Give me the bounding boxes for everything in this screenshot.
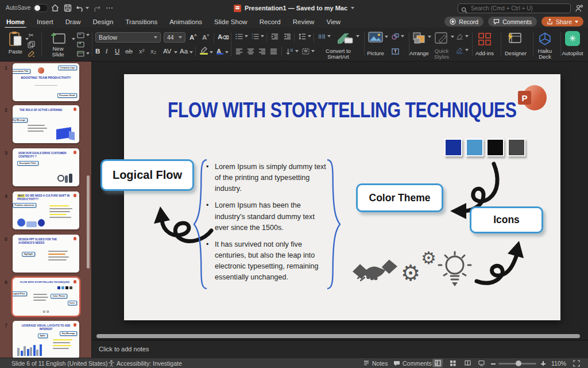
character-spacing-button[interactable]: AV [163,48,172,55]
tab-insert[interactable]: Insert [36,17,54,26]
shape-fill-icon[interactable] [455,32,464,40]
bold-button[interactable]: B [95,48,100,55]
tab-slide-show[interactable]: Slide Show [214,17,248,26]
bullets-chevron-icon[interactable] [245,35,248,37]
shape-outline-chevron-icon[interactable] [465,49,469,51]
font-color-chevron-icon[interactable] [225,51,229,53]
undo-icon[interactable] [76,3,85,13]
fit-slide-icon[interactable] [573,360,580,367]
search-input[interactable] [458,3,571,13]
align-text-icon[interactable] [301,47,310,55]
color-theme-box[interactable]: Color Theme [356,183,443,212]
underline-button[interactable]: U [115,48,119,55]
tab-transitions[interactable]: Transitions [125,17,158,26]
zoom-in-button[interactable] [541,360,546,367]
save-icon[interactable] [63,3,72,13]
smartart-icon[interactable] [336,31,354,46]
align-right-icon[interactable] [257,47,266,55]
tab-home[interactable]: Home [6,17,25,26]
tab-review[interactable]: Review [292,17,315,26]
slide-number-indicator[interactable]: Slide 6 of 11 [11,360,45,367]
font-name-select[interactable]: Barlow [95,32,161,43]
text-direction-chevron-icon[interactable] [295,50,299,52]
zoom-slider-knob[interactable] [516,361,521,366]
thumbnail-slide-6-selected[interactable]: FLOW WITH STORYTELLING TECHNIQUES Logica… [13,278,79,316]
shapes-chevron-icon[interactable] [401,35,404,37]
slide-title[interactable]: FLOW WITH STORYTELLING TECHNIQUES [124,98,560,122]
new-slide-button[interactable]: New Slide [46,32,70,58]
format-painter-icon[interactable] [26,49,36,57]
document-title-chevron-icon[interactable] [351,7,354,9]
autopilot-icon[interactable]: ✳ [565,31,580,46]
thumbnail-slide-4[interactable]: WHY DO WE NEED A CULTURE SHIFT IN PRODUC… [13,191,79,229]
decrease-indent-icon[interactable] [270,32,279,40]
slideshow-view-button[interactable] [476,359,486,367]
icons-box[interactable]: Icons [470,206,543,233]
character-spacing-chevron-icon[interactable] [174,51,177,53]
picture-chevron-icon[interactable] [385,36,388,38]
thumbnail-slide-2[interactable]: THE ROLE OF ACTIVE LISTENING Key Message [13,105,79,143]
layout-chevron-icon[interactable] [86,34,90,36]
slide-sorter-view-button[interactable] [447,359,458,367]
clear-formatting-button[interactable]: A⌫ [218,33,229,40]
body-text-box[interactable]: •Lorem Ipsum is simply dummy text of the… [205,162,330,289]
thumbnail-slide-7[interactable]: LEVERAGE VISUAL LAYOUTS TO ADD INTEREST … [13,321,79,358]
language-indicator[interactable]: English (United States) [46,360,107,367]
quick-styles-chevron-icon[interactable] [451,36,454,38]
highlight-color-button[interactable] [200,47,208,55]
section-chevron-icon[interactable] [86,52,90,55]
picture-icon[interactable] [368,32,383,45]
add-ins-icon[interactable] [478,32,492,48]
copy-icon[interactable] [26,40,36,48]
autosave-toggle[interactable] [33,4,48,12]
comments-button[interactable]: Comments [488,17,537,26]
shapes-icon[interactable] [390,32,400,40]
zoom-level[interactable]: 110% [551,360,566,367]
shape-fill-chevron-icon[interactable] [465,35,469,37]
thumbnail-slide-3[interactable]: HOW OUR GOALS DRIVE CUSTOMER-CENTRICITY … [13,148,79,186]
normal-view-button[interactable] [432,359,443,367]
undo-chevron-icon[interactable] [86,7,89,9]
horizontal-scrollbar[interactable] [96,334,580,338]
align-center-icon[interactable] [246,47,255,55]
tab-view[interactable]: View [326,17,341,26]
numbering-chevron-icon[interactable] [261,35,264,37]
curly-arrow-up-right[interactable] [473,240,524,287]
change-case-chevron-icon[interactable] [189,51,193,53]
color-swatch-gray[interactable] [508,139,525,156]
document-title[interactable]: Presentation1 — Saved to my Mac [245,5,347,12]
line-spacing-chevron-icon[interactable] [308,35,311,37]
share-button[interactable]: Share [541,17,583,26]
handshake-icon[interactable] [353,256,397,283]
justify-icon[interactable] [269,47,278,55]
grow-font-button[interactable]: A˄ [189,33,196,41]
columns-chevron-icon[interactable] [327,35,331,37]
haiku-deck-icon[interactable] [539,32,551,48]
line-spacing-icon[interactable] [297,32,307,40]
highlight-chevron-icon[interactable] [210,51,213,53]
slide-6-surface[interactable]: FLOW WITH STORYTELLING TECHNIQUES P Logi… [124,74,560,320]
tab-design[interactable]: Design [92,17,114,26]
reading-view-button[interactable] [462,359,473,367]
font-color-button[interactable]: A [216,48,221,55]
tab-record[interactable]: Record [259,17,281,26]
redo-icon[interactable] [92,3,101,13]
font-size-select[interactable]: 44 [164,32,185,43]
align-left-icon[interactable] [234,47,243,55]
increase-indent-icon[interactable] [283,32,292,40]
lightbulb-icon[interactable] [438,250,472,288]
reset-slide-icon[interactable] [76,40,85,48]
text-box-icon[interactable] [390,47,400,55]
gears-icon[interactable]: ⚙ ⚙ [402,250,436,287]
color-swatch-light-blue[interactable] [466,139,483,156]
columns-icon[interactable] [317,32,326,40]
paste-button[interactable]: Paste [7,31,24,55]
convert-smartart-button[interactable]: Convert to SmartArt [315,48,362,60]
superscript-button[interactable]: x² [139,48,145,55]
notes-toggle[interactable]: Notes [372,360,388,367]
shrink-font-button[interactable]: A˅ [202,33,209,41]
arrange-chevron-icon[interactable] [428,36,431,38]
tab-animations[interactable]: Animations [169,17,203,26]
presence-icon[interactable] [575,4,583,13]
change-case-button[interactable]: Aa [180,48,188,55]
